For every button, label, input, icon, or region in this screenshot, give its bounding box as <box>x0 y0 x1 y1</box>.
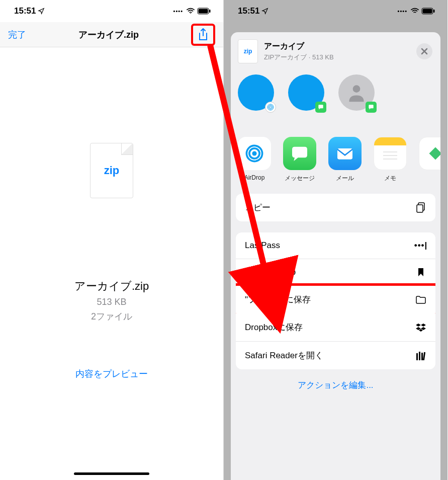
action-label: LastPass <box>245 241 280 251</box>
svg-rect-20 <box>419 352 420 360</box>
svg-rect-4 <box>423 9 432 14</box>
svg-point-7 <box>268 105 273 109</box>
sheet-header: zip アーカイブ ZIPアーカイブ · 513 KB <box>231 32 440 70</box>
action-label: コピー <box>245 202 271 213</box>
bookmark-icon <box>415 268 426 277</box>
action-lastpass[interactable]: LastPass •••| <box>236 232 435 259</box>
home-indicator[interactable] <box>74 472 149 475</box>
svg-rect-1 <box>199 9 208 14</box>
done-button[interactable]: 完了 <box>8 29 26 41</box>
battery-icon <box>197 8 211 15</box>
apps-row: AirDrop メッセージ メール メモ <box>231 113 440 188</box>
messages-badge-icon <box>315 102 326 113</box>
app-label: AirDrop <box>244 174 265 181</box>
screen-file-preview: 15:51 •••• 完了 アーカイブ.zip zip アーカイブ.zip 51… <box>0 0 224 480</box>
preview-link[interactable]: 内容をプレビュー <box>75 368 148 380</box>
nav-bar: 完了 アーカイブ.zip <box>0 22 223 47</box>
app-label: メール <box>336 174 354 183</box>
contacts-row <box>231 70 440 113</box>
wifi-icon <box>410 8 419 15</box>
memo-icon <box>374 137 407 170</box>
app-label: メモ <box>384 174 396 183</box>
status-bar: 15:51 •••• <box>224 0 447 22</box>
action-keep[interactable]: Save in Keep <box>236 259 435 286</box>
lastpass-icon: •••| <box>415 241 426 251</box>
edit-actions-link[interactable]: アクションを編集... <box>231 369 440 401</box>
copy-icon <box>415 202 426 213</box>
mail-icon <box>328 137 362 170</box>
svg-point-6 <box>270 106 272 108</box>
cell-dots-icon: •••• <box>173 8 183 14</box>
svg-rect-19 <box>416 353 418 360</box>
app-label: メッセージ <box>285 174 315 183</box>
airdrop-icon <box>238 137 271 170</box>
app-airdrop[interactable]: AirDrop <box>238 137 271 183</box>
action-save-files-highlight[interactable]: "ファイル"に保存 <box>236 283 435 316</box>
dropbox-icon <box>415 323 426 332</box>
messages-icon <box>283 137 316 170</box>
file-count: 2ファイル <box>91 310 132 323</box>
svg-rect-5 <box>433 10 435 13</box>
person-icon <box>345 82 368 104</box>
app-messages[interactable]: メッセージ <box>283 137 316 183</box>
contact-avatar[interactable] <box>238 74 274 111</box>
extra-app-icon <box>419 137 440 170</box>
svg-rect-2 <box>209 10 211 13</box>
svg-rect-22 <box>423 352 425 360</box>
svg-rect-18 <box>417 205 423 212</box>
contact-avatar[interactable] <box>288 74 324 111</box>
action-copy[interactable]: コピー <box>236 194 435 221</box>
file-size: 513 KB <box>97 297 126 307</box>
folder-icon <box>415 296 426 304</box>
svg-point-9 <box>353 85 361 93</box>
action-group-main: LastPass •••| Save in Keep "ファイル"に保存 Dro… <box>236 232 435 369</box>
share-icon[interactable] <box>197 28 209 42</box>
sheet-subtitle: ZIPアーカイブ · 513 KB <box>264 53 334 62</box>
status-time: 15:51 <box>238 6 259 16</box>
app-mail[interactable]: メール <box>328 137 362 183</box>
reader-icon <box>415 351 426 360</box>
contact-avatar[interactable] <box>338 74 375 111</box>
battery-icon <box>421 8 435 15</box>
zip-thumb-icon: zip <box>238 39 258 63</box>
app-extra[interactable] <box>419 137 440 183</box>
close-button[interactable] <box>416 43 432 59</box>
share-button-highlight <box>191 24 215 46</box>
status-time: 15:51 <box>14 6 36 16</box>
airdrop-badge-icon <box>265 102 276 113</box>
action-dropbox[interactable]: Dropboxに保存 <box>236 313 435 342</box>
file-body: zip アーカイブ.zip 513 KB 2ファイル 内容をプレビュー <box>0 47 223 380</box>
action-group-copy: コピー <box>236 194 435 221</box>
cell-dots-icon: •••• <box>398 8 407 14</box>
nav-title: アーカイブ.zip <box>78 29 139 41</box>
action-label: "ファイル"に保存 <box>245 294 311 305</box>
svg-rect-13 <box>337 148 352 159</box>
zip-file-icon: zip <box>90 143 133 198</box>
zip-icon-label: zip <box>104 164 120 177</box>
wifi-icon <box>186 8 195 15</box>
action-safari-reader[interactable]: Safari Readerを開く <box>236 342 435 369</box>
svg-point-10 <box>252 151 256 155</box>
action-label: Dropboxに保存 <box>245 322 303 333</box>
sheet-title: アーカイブ <box>264 41 334 52</box>
app-memo[interactable]: メモ <box>374 137 407 183</box>
messages-badge-icon <box>366 102 377 113</box>
close-icon <box>421 48 428 55</box>
file-name: アーカイブ.zip <box>74 279 149 294</box>
location-icon <box>261 8 268 15</box>
svg-rect-21 <box>421 353 423 360</box>
location-icon <box>38 8 45 15</box>
share-sheet: zip アーカイブ ZIPアーカイブ · 513 KB <box>231 32 440 480</box>
action-label: Safari Readerを開く <box>245 350 323 361</box>
status-bar: 15:51 •••• <box>0 0 223 22</box>
screen-share-sheet: 15:51 •••• zip アーカイブ ZIPアーカイブ · 513 KB <box>224 0 447 480</box>
action-label: Save in Keep <box>245 267 296 277</box>
